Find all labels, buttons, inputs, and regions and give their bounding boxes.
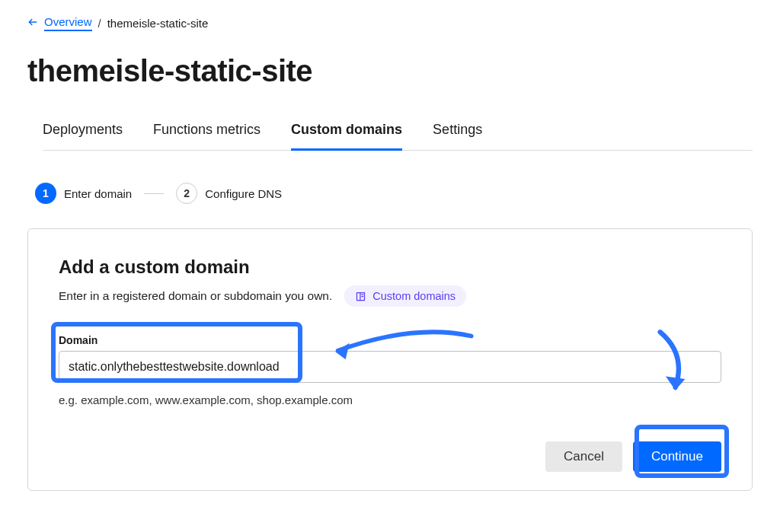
card-subtitle: Enter in a registered domain or subdomai… xyxy=(59,289,332,303)
domain-form: Domain e.g. example.com, www.example.com… xyxy=(59,334,721,472)
breadcrumb-separator: / xyxy=(97,17,103,30)
cancel-button[interactable]: Cancel xyxy=(545,441,622,472)
domain-input[interactable] xyxy=(59,351,721,383)
tab-deployments[interactable]: Deployments xyxy=(43,116,123,151)
tab-settings[interactable]: Settings xyxy=(433,116,482,151)
step-2-label: Configure DNS xyxy=(205,187,282,200)
breadcrumb-current: themeisle-static-site xyxy=(107,17,209,30)
continue-button[interactable]: Continue xyxy=(633,441,721,472)
stepper: 1 Enter domain 2 Configure DNS xyxy=(35,183,753,204)
step-enter-domain: 1 Enter domain xyxy=(35,183,132,204)
arrow-left-icon[interactable] xyxy=(27,17,38,30)
breadcrumb-overview-link[interactable]: Overview xyxy=(44,15,92,31)
tab-custom-domains[interactable]: Custom domains xyxy=(291,116,402,151)
book-icon xyxy=(355,291,366,302)
add-domain-card: Add a custom domain Enter in a registere… xyxy=(27,228,753,491)
step-1-circle: 1 xyxy=(35,183,56,204)
custom-domains-pill[interactable]: Custom domains xyxy=(344,285,466,307)
step-connector xyxy=(144,193,164,194)
breadcrumb: Overview / themeisle-static-site xyxy=(27,15,753,31)
form-actions: Cancel Continue xyxy=(59,441,721,472)
page-title: themeisle-static-site xyxy=(27,54,753,88)
card-title: Add a custom domain xyxy=(59,256,721,278)
domain-label: Domain xyxy=(59,334,721,346)
step-2-circle: 2 xyxy=(176,183,197,204)
step-1-label: Enter domain xyxy=(64,187,132,200)
tab-functions-metrics[interactable]: Functions metrics xyxy=(153,116,261,151)
pill-label: Custom domains xyxy=(372,290,456,302)
domain-hint: e.g. example.com, www.example.com, shop.… xyxy=(59,393,721,406)
tabs: Deployments Functions metrics Custom dom… xyxy=(43,116,753,151)
step-configure-dns: 2 Configure DNS xyxy=(176,183,282,204)
